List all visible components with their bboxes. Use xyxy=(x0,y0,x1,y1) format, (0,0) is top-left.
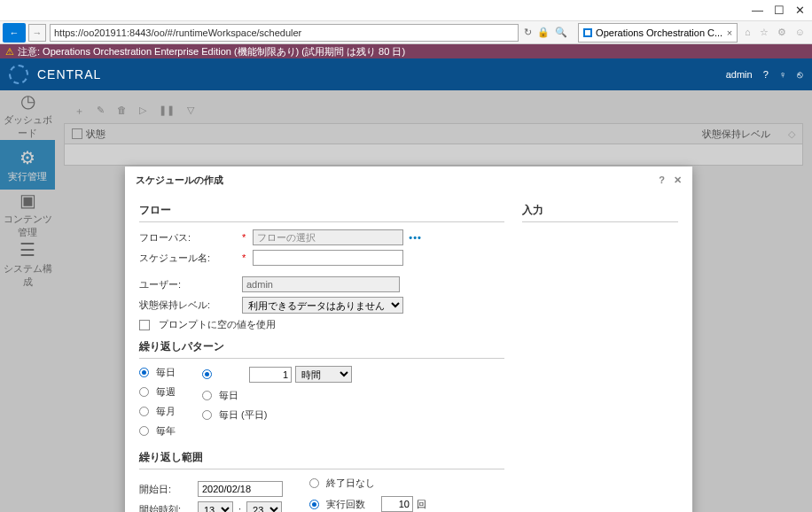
settings-icon[interactable]: ⚙ xyxy=(777,27,786,38)
user-input xyxy=(242,276,400,292)
tab-favicon xyxy=(583,28,592,37)
refresh-icon[interactable]: ↻ xyxy=(524,27,532,38)
license-notice: ⚠ 注意: Operations Orchestration Enterpris… xyxy=(0,44,812,58)
radio-weekly[interactable] xyxy=(139,387,149,397)
bulb-icon[interactable]: ♀ xyxy=(779,69,786,80)
feedback-icon[interactable]: ☺ xyxy=(795,27,805,38)
app-brand: CENTRAL xyxy=(37,67,101,81)
start-hour-select[interactable]: 13 xyxy=(198,501,233,512)
nav-forward[interactable]: → xyxy=(28,24,46,42)
logout-icon[interactable]: ⎋ xyxy=(797,69,803,80)
browser-tab[interactable]: Operations Orchestration C... × xyxy=(578,23,738,43)
home-icon[interactable]: ⌂ xyxy=(745,27,751,38)
lock-icon: 🔒 xyxy=(537,27,550,38)
prompt-empty-label: プロンプトに空の値を使用 xyxy=(159,318,276,331)
window-min[interactable]: — xyxy=(752,4,763,17)
favorite-icon[interactable]: ☆ xyxy=(760,27,769,38)
help-icon[interactable]: ? xyxy=(763,69,769,80)
start-min-select[interactable]: 23 xyxy=(246,501,282,512)
radio-end-none[interactable] xyxy=(309,478,319,488)
tab-close[interactable]: × xyxy=(727,27,732,38)
dialog-title: スケジュールの作成 xyxy=(136,174,223,187)
schedule-name-label: スケジュール名: xyxy=(139,252,237,265)
radio-yearly[interactable] xyxy=(139,426,149,436)
window-close[interactable]: ✕ xyxy=(795,4,805,17)
create-schedule-dialog: スケジュールの作成 ? ✕ フロー フローパス: * ••• スケジュール名: xyxy=(125,167,692,512)
prompt-empty-checkbox[interactable] xyxy=(139,320,150,330)
window-max[interactable]: ☐ xyxy=(774,4,785,17)
end-count-input[interactable] xyxy=(381,496,413,512)
section-flow: フロー xyxy=(139,199,504,222)
browse-flow-button[interactable]: ••• xyxy=(409,232,422,243)
address-bar[interactable]: https://oo201911:8443/oo/#/runtimeWorksp… xyxy=(50,24,519,42)
warning-icon: ⚠ xyxy=(5,46,14,58)
flow-path-input[interactable] xyxy=(253,229,403,245)
interval-value-input[interactable] xyxy=(249,367,292,383)
radio-end-count[interactable] xyxy=(309,500,319,509)
dialog-close-icon[interactable]: ✕ xyxy=(674,175,682,186)
user-label[interactable]: admin xyxy=(726,69,753,80)
section-range: 繰り返し範囲 xyxy=(139,446,504,469)
start-date-input[interactable] xyxy=(198,481,283,497)
schedule-name-input[interactable] xyxy=(253,250,403,266)
section-input: 入力 xyxy=(522,199,678,222)
radio-weekday[interactable] xyxy=(202,410,212,420)
radio-every-day[interactable] xyxy=(202,391,212,400)
search-icon[interactable]: 🔍 xyxy=(555,27,567,38)
interval-unit-select[interactable]: 時間 xyxy=(295,366,352,383)
app-logo xyxy=(9,65,28,84)
flow-path-label: フローパス: xyxy=(139,231,237,244)
dialog-help-icon[interactable]: ? xyxy=(659,175,665,186)
radio-monthly[interactable] xyxy=(139,407,149,416)
radio-daily[interactable] xyxy=(139,368,149,377)
section-pattern: 繰り返しパターン xyxy=(139,336,504,359)
persist-label: 状態保持レベル: xyxy=(139,299,237,312)
start-time-label: 開始時刻: xyxy=(139,503,192,512)
persist-select[interactable]: 利用できるデータはありません xyxy=(242,297,403,314)
tab-title: Operations Orchestration C... xyxy=(596,27,722,38)
nav-back[interactable]: ← xyxy=(3,23,26,43)
start-date-label: 開始日: xyxy=(139,483,192,496)
radio-interval[interactable] xyxy=(202,369,212,379)
user-label: ユーザー: xyxy=(139,278,237,291)
